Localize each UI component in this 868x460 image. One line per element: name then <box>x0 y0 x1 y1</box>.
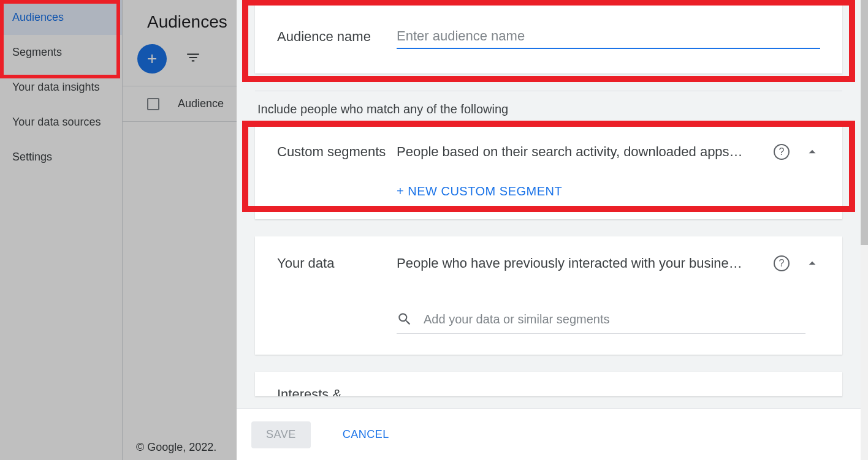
search-icon <box>397 311 413 327</box>
your-data-title: Your data <box>277 255 397 273</box>
filter-icon <box>185 50 201 66</box>
sidebar-item-insights[interactable]: Your data insights <box>0 70 122 105</box>
chevron-up-icon <box>804 255 820 271</box>
cancel-button[interactable]: CANCEL <box>328 421 404 448</box>
custom-segments-title: Custom segments <box>277 143 397 161</box>
audience-editor-panel: Audience name Include people who match a… <box>237 0 861 460</box>
collapse-toggle[interactable] <box>804 144 820 160</box>
custom-segments-header[interactable]: Custom segments People based on their se… <box>255 125 842 179</box>
save-button: SAVE <box>251 421 311 448</box>
include-intro-text: Include people who match any of the foll… <box>255 91 842 125</box>
filter-button[interactable] <box>185 50 201 68</box>
your-data-header[interactable]: Your data People who have previously int… <box>255 236 842 291</box>
app-root: Audiences Segments Your data insights Yo… <box>0 0 868 460</box>
add-button[interactable] <box>137 44 167 74</box>
page-scrollbar-track[interactable] <box>861 0 868 460</box>
interests-title: Interests & <box>255 372 842 396</box>
custom-segments-desc: People based on their search activity, d… <box>397 144 759 160</box>
new-custom-segment-link[interactable]: + NEW CUSTOM SEGMENT <box>397 179 562 198</box>
interests-card-peek: Interests & <box>255 372 842 396</box>
chevron-up-icon <box>804 144 820 160</box>
audience-name-label: Audience name <box>277 29 397 45</box>
sidebar: Audiences Segments Your data insights Yo… <box>0 0 123 460</box>
collapse-toggle[interactable] <box>804 255 820 271</box>
page-scrollbar-thumb[interactable] <box>861 0 868 245</box>
column-header-audience[interactable]: Audience <box>178 97 224 110</box>
sidebar-item-sources[interactable]: Your data sources <box>0 105 122 140</box>
custom-segments-card: Custom segments People based on their se… <box>255 125 842 219</box>
sidebar-item-audiences[interactable]: Audiences <box>0 0 122 35</box>
select-all-checkbox[interactable] <box>147 98 159 110</box>
footer-copyright: © Google, 2022. <box>136 441 216 454</box>
sidebar-item-segments[interactable]: Segments <box>0 35 122 70</box>
sidebar-item-settings[interactable]: Settings <box>0 140 122 175</box>
audience-name-card: Audience name <box>255 0 842 74</box>
help-icon[interactable]: ? <box>774 144 790 160</box>
your-data-desc: People who have previously interacted wi… <box>397 255 759 271</box>
your-data-search-row <box>397 305 805 334</box>
plus-icon <box>145 51 159 66</box>
panel-footer: SAVE CANCEL <box>237 409 861 460</box>
audience-name-input[interactable] <box>397 25 820 49</box>
your-data-search-input[interactable] <box>422 312 805 327</box>
panel-scroll-area[interactable]: Audience name Include people who match a… <box>237 0 861 409</box>
your-data-card: Your data People who have previously int… <box>255 236 842 355</box>
help-icon[interactable]: ? <box>774 255 790 271</box>
